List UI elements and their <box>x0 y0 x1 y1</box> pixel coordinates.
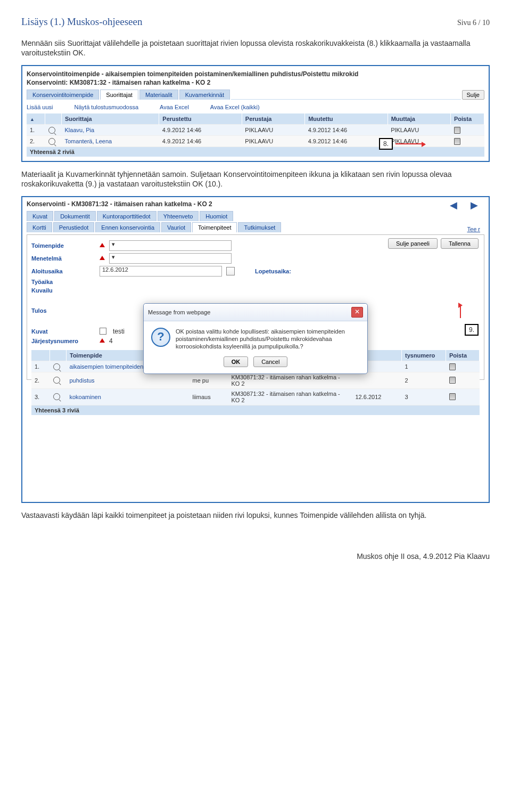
col-muuttaja[interactable]: Muuttaja <box>388 113 450 125</box>
link-add-new[interactable]: Lisää uusi <box>27 104 53 110</box>
paragraph-2: Materiaalit ja Kuvamerkinnät tyhjennetää… <box>21 169 490 189</box>
trash-icon[interactable] <box>449 363 456 370</box>
close-panel-button[interactable]: Sulje paneeli <box>388 238 438 249</box>
close-button[interactable]: Sulje <box>462 90 484 100</box>
save-button[interactable]: Tallenna <box>441 238 479 249</box>
col-perustaja[interactable]: Perustaja <box>242 113 304 125</box>
tab-kortti[interactable]: Kortti <box>27 222 52 232</box>
lbl-toimenpide: Toimenpide <box>31 242 95 249</box>
row-num: 1. <box>27 125 45 136</box>
row-num: 2. <box>27 135 45 147</box>
trash-icon[interactable] <box>449 377 456 384</box>
konservointi-panel: Konservointi - KM30871:32 - itämaisen ra… <box>21 196 490 503</box>
search-icon[interactable] <box>48 138 55 145</box>
total-row: Yhteensä 2 riviä <box>27 147 484 157</box>
tab-tutkimukset[interactable]: Tutkimukset <box>238 222 281 232</box>
lbl-tulos: Tulos <box>31 307 95 314</box>
arrow-8 <box>395 143 425 144</box>
col-poista[interactable]: Poista <box>451 113 484 125</box>
trash-icon[interactable] <box>454 127 460 134</box>
tab-vauriot[interactable]: Vauriot <box>161 222 191 232</box>
suorittaja-link[interactable]: Tomanterä, Leena <box>62 135 159 147</box>
search-icon[interactable] <box>53 377 60 384</box>
trash-icon[interactable] <box>449 393 456 400</box>
table-row: 2. Tomanterä, Leena 4.9.2012 14:46 PIKLA… <box>27 135 484 147</box>
required-icon <box>100 253 105 260</box>
arrow-9 <box>460 305 461 318</box>
toimenpide-form: Sulje paneeli Tallenna Toimenpide ▾ Mene… <box>27 234 484 380</box>
paragraph-3: Vastaavasti käydään läpi kaikki toimenpi… <box>21 510 490 520</box>
panel1-tabs: Konservointitoimenpide Suorittajat Mater… <box>27 90 484 100</box>
testi-checkbox[interactable] <box>100 328 106 335</box>
paragraph-1: Mennään siis Suorittajat välilehdelle ja… <box>21 38 490 58</box>
link-print-view[interactable]: Näytä tulostusmuodossa <box>75 104 138 110</box>
tab-perustiedot[interactable]: Perustiedot <box>53 222 95 232</box>
lbl-jarj: Järjestysnumero <box>31 338 95 344</box>
callout-9: 9. <box>465 324 479 336</box>
aloitus-input[interactable]: 12.6.2012 <box>100 266 222 277</box>
tab-huomiot[interactable]: Huomiot <box>200 211 233 221</box>
tab-kuvat[interactable]: Kuvat <box>27 211 53 221</box>
tab-toimenpiteet[interactable]: Toimenpiteet <box>192 222 237 232</box>
table-row: 3. kokoaminen liimaus KM30871:32 - itäma… <box>31 388 480 405</box>
lbl-aloitus: Aloitusaika <box>31 268 95 274</box>
suorittajat-panel: Konservointitoimenpide - aikaisempien to… <box>21 65 490 161</box>
dialog-title: Message from webpage <box>148 309 210 315</box>
link-open-excel-all[interactable]: Avaa Excel (kaikki) <box>210 104 260 110</box>
tab-materiaalit[interactable]: Materiaalit <box>139 90 178 100</box>
panel1-linkbar: Lisää uusi Näytä tulostusmuodossa Avaa E… <box>27 102 484 113</box>
toimenpide-select[interactable]: ▾ <box>109 240 232 251</box>
search-icon[interactable] <box>53 393 60 400</box>
nav-arrows[interactable]: ◀ ▶ <box>450 199 483 211</box>
lbl-kuvailu: Kuvailu <box>31 287 95 294</box>
menetelma-select[interactable]: ▾ <box>109 253 232 264</box>
col-muutettu[interactable]: Muutettu <box>305 113 388 125</box>
dialog-close-button[interactable]: ✕ <box>351 307 363 318</box>
required-icon <box>100 240 105 247</box>
tab-kuvamerkinnat[interactable]: Kuvamerkinnät <box>179 90 230 100</box>
tab-kuntoraportti[interactable]: Kuntoraporttitiedot <box>97 211 156 221</box>
footer: Muskos ohje II osa, 4.9.2012 Pia Klaavu <box>21 552 490 561</box>
tab-dokumentit[interactable]: Dokumentit <box>54 211 96 221</box>
table-row: 1. Klaavu, Pia 4.9.2012 14:46 PIKLAAVU 4… <box>27 125 484 136</box>
col-tysnumero[interactable]: tysnumero <box>402 350 446 361</box>
trash-icon[interactable] <box>454 138 460 145</box>
tee-link[interactable]: Tee r <box>467 226 480 232</box>
panel1-title: Konservointitoimenpide - aikaisempien to… <box>27 70 484 78</box>
doc-title: Lisäys (1.) Muskos-ohjeeseen <box>21 16 142 28</box>
lbl-tyoaika: Työaika <box>31 279 95 285</box>
lbl-lopetus: Lopetusaika: <box>255 268 291 274</box>
panel1-sub: Konservointi: KM30871:32 - itämaisen rah… <box>27 79 484 86</box>
panel2-title: Konservointi - KM30871:32 - itämaisen ra… <box>27 200 484 208</box>
testi-label: testi <box>113 328 125 335</box>
link-open-excel[interactable]: Avaa Excel <box>160 104 189 110</box>
tab-suorittajat[interactable]: Suorittajat <box>100 90 138 100</box>
col-poista[interactable]: Poista <box>446 350 480 361</box>
search-icon[interactable] <box>48 127 55 134</box>
dialog-text: OK poistaa valittu kohde lopullisesti: a… <box>176 328 360 351</box>
tab-konservointitoimenpide[interactable]: Konservointitoimenpide <box>27 90 99 100</box>
tab-ennen[interactable]: Ennen konservointia <box>95 222 160 232</box>
search-icon[interactable] <box>53 363 60 370</box>
toimenpide-link[interactable]: kokoaminen <box>67 388 189 405</box>
suorittajat-table: Suorittaja Perustettu Perustaja Muutettu… <box>27 113 484 156</box>
col-suorittaja[interactable]: Suorittaja <box>62 113 159 125</box>
lbl-kuvat: Kuvat <box>31 328 95 335</box>
callout-8: 8. <box>379 138 393 150</box>
table-row: 2. puhdistus me pu KM30871:32 - itämaise… <box>31 372 480 388</box>
suorittaja-link[interactable]: Klaavu, Pia <box>62 125 159 136</box>
required-icon <box>100 336 105 343</box>
calendar-icon[interactable] <box>226 267 235 275</box>
jarj-value: 4 <box>109 337 113 345</box>
question-icon: ? <box>151 328 170 347</box>
ok-button[interactable]: OK <box>224 356 249 367</box>
tab-yhteenveto[interactable]: Yhteenveto <box>158 211 199 221</box>
col-sort[interactable] <box>27 113 45 125</box>
cancel-button[interactable]: Cancel <box>253 356 287 367</box>
total-row: Yhteensä 3 riviä <box>31 405 480 415</box>
page-number: Sivu 6 / 10 <box>457 19 490 27</box>
lbl-menetelma: Menetelmä <box>31 255 95 262</box>
toimenpide-link[interactable]: puhdistus <box>67 372 189 388</box>
col-perustettu[interactable]: Perustettu <box>159 113 242 125</box>
confirm-dialog: Message from webpage ✕ ? OK poistaa vali… <box>143 303 368 375</box>
